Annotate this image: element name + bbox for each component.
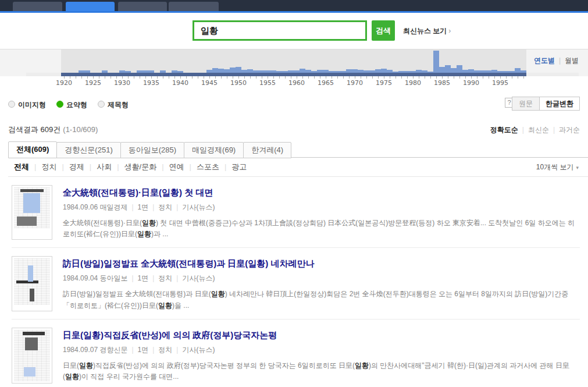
- result-meta-item: 기사(뉴스): [182, 274, 215, 282]
- result-snippet: 日皇(일황)직접反省(반성)에 의의 政府(정부)당국자논평 정부의 한 당국자…: [63, 360, 575, 382]
- sort-option[interactable]: 정확도순: [490, 126, 518, 134]
- view-yearly-link[interactable]: 연도별: [534, 56, 555, 65]
- year-tick: [209, 76, 210, 79]
- timeline-bar-1961[interactable]: [300, 69, 305, 73]
- source-tab[interactable]: 동아일보(285): [120, 142, 184, 158]
- year-tick: [122, 76, 123, 79]
- result-thumbnail[interactable]: [12, 256, 52, 311]
- view-option[interactable]: 제목형: [98, 99, 129, 110]
- timeline-bar-1950[interactable]: [236, 67, 241, 73]
- source-tab[interactable]: 매일경제(69): [184, 142, 244, 158]
- timeline-bar-1987[interactable]: [451, 68, 457, 73]
- meta-divider: |: [152, 274, 154, 282]
- year-tick: [244, 76, 245, 79]
- chevron-down-icon: ▾: [576, 165, 579, 171]
- category-link[interactable]: 정치: [41, 162, 56, 171]
- timeline-bar-1949[interactable]: [230, 68, 236, 73]
- hangul-conversion-button[interactable]: 한글변환: [540, 97, 579, 110]
- result-content: 日皇(일황)직접反省(반성)에 의의 政府(정부)당국자논평 1984.09.0…: [63, 328, 580, 384]
- timeline-bar-1946[interactable]: [212, 68, 218, 73]
- category-divider: |: [190, 162, 191, 171]
- meta-divider: |: [176, 203, 178, 211]
- topnav-tab-1[interactable]: [13, 2, 62, 11]
- result-thumbnail[interactable]: [12, 185, 52, 240]
- source-tab[interactable]: 한겨레(4): [243, 142, 291, 158]
- result-title-link[interactable]: 全大統領(전대통령)·日皇(일황) 첫 대면: [63, 187, 213, 198]
- year-tick: [297, 76, 297, 79]
- timeline-bar-1998[interactable]: [515, 68, 521, 73]
- meta-divider: |: [176, 346, 178, 354]
- timeline-bar-1986[interactable]: [445, 65, 451, 73]
- topnav-tab-4[interactable]: [169, 2, 219, 11]
- timeline-bar-1947[interactable]: [218, 69, 224, 73]
- sort-option[interactable]: 과거순: [559, 126, 580, 134]
- category-divider: |: [62, 162, 63, 171]
- original-text-button[interactable]: 원문: [512, 97, 540, 110]
- year-tick: [361, 76, 361, 79]
- year-tick: [157, 76, 158, 79]
- latest-news-link[interactable]: 최신뉴스 보기›: [403, 26, 451, 36]
- year-tick: [81, 76, 82, 79]
- page-size-dropdown[interactable]: 10개씩 보기▾: [536, 158, 579, 176]
- source-tab[interactable]: 전체(609): [8, 141, 57, 158]
- year-tick: [111, 76, 111, 79]
- year-tick: [494, 76, 495, 79]
- timeline-bar-1988[interactable]: [457, 65, 462, 73]
- result-meta-item: 정치: [158, 203, 172, 211]
- year-label-1970: 1970: [347, 79, 363, 87]
- year-tick: [76, 76, 76, 79]
- year-tick: [105, 76, 105, 79]
- topnav-tab-2-active[interactable]: [66, 2, 115, 11]
- newspaper-headline-block: [23, 332, 45, 335]
- page-size-label: 10개씩 보기: [536, 163, 574, 171]
- year-label-1975: 1975: [376, 79, 392, 87]
- category-link[interactable]: 스포츠: [197, 162, 219, 171]
- year-tick: [489, 76, 489, 79]
- sort-divider: |: [522, 126, 524, 134]
- year-tick: [198, 76, 198, 79]
- result-title-link[interactable]: 訪日(방일)일정발표 全大統領(전대통령)과 日皇(일황) 네차례만나: [63, 258, 314, 269]
- topnav-tab-3[interactable]: [118, 2, 167, 11]
- year-tick: [390, 76, 390, 79]
- view-option[interactable]: 요약형: [56, 99, 87, 110]
- timeline-bar-1984[interactable]: [433, 51, 439, 73]
- year-label-1945: 1945: [201, 79, 218, 87]
- result-title-link[interactable]: 日皇(일황)직접反省(반성)에 의의 政府(정부)당국자논평: [63, 330, 277, 341]
- search-button[interactable]: 검색: [372, 20, 395, 41]
- year-tick: [262, 76, 262, 79]
- year-tick: [337, 76, 338, 79]
- year-tick: [308, 76, 309, 79]
- search-input[interactable]: [199, 23, 359, 40]
- snippet-text: 日皇(: [63, 361, 79, 370]
- year-tick: [477, 76, 477, 79]
- category-link[interactable]: 광고: [231, 162, 247, 171]
- year-label-1980: 1980: [405, 79, 421, 87]
- year-tick: [93, 76, 94, 79]
- view-monthly-link[interactable]: 월별: [565, 56, 579, 65]
- category-link[interactable]: 생활/문화: [124, 162, 157, 171]
- year-tick: [256, 76, 256, 79]
- result-thumbnail[interactable]: [12, 328, 52, 384]
- year-tick: [349, 76, 350, 79]
- timeline-bar-1975[interactable]: [381, 69, 387, 73]
- sort-option[interactable]: 최신순: [528, 126, 549, 134]
- radio-icon[interactable]: [98, 101, 105, 108]
- year-tick: [471, 76, 472, 79]
- newspaper-highlight-block: [24, 367, 35, 377]
- category-link[interactable]: 사회: [97, 162, 112, 171]
- radio-icon[interactable]: [8, 101, 15, 108]
- category-link[interactable]: 전체: [14, 162, 29, 171]
- year-tick: [366, 76, 367, 79]
- radio-selected-icon[interactable]: [56, 101, 63, 108]
- source-tab[interactable]: 경향신문(251): [56, 142, 120, 158]
- result-snippet: 訪日(방일)일정발표 全大統領(전대통령)과 日皇(일황) 네차례만나 韓日頂上…: [63, 289, 575, 311]
- chevron-right-icon: ›: [448, 27, 451, 35]
- result-content: 全大統領(전대통령)·日皇(일황) 첫 대면 1984.09.06 매일경제|1…: [63, 185, 580, 240]
- year-tick: [320, 76, 320, 79]
- snippet-highlight: 일황: [211, 290, 225, 298]
- category-link[interactable]: 연예: [169, 162, 184, 171]
- result-meta-item: 1면: [138, 274, 149, 282]
- view-option[interactable]: 이미지형: [8, 99, 46, 110]
- timeline-bar-1985[interactable]: [439, 67, 445, 73]
- category-link[interactable]: 경제: [69, 162, 84, 171]
